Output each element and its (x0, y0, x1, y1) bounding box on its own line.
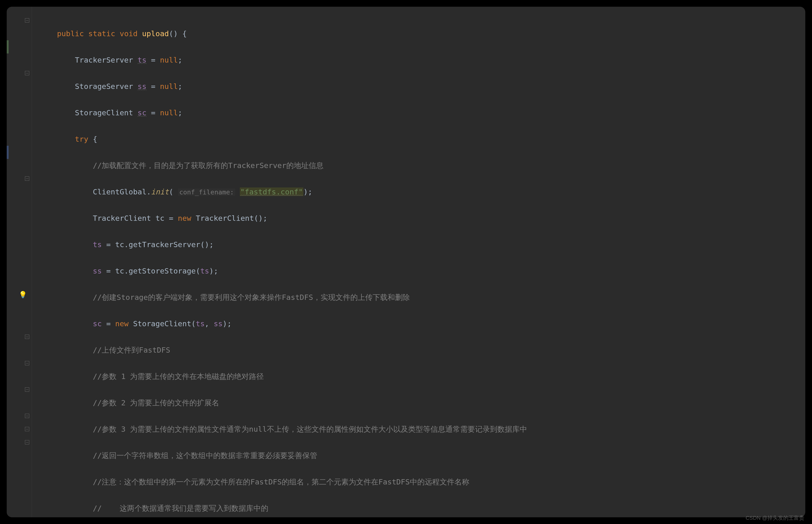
code-line[interactable]: //参数 2 为需要上传的文件的扩展名 (39, 396, 803, 409)
code-editor[interactable]: 💡 public static void upload() { TrackerS… (7, 7, 805, 517)
code-line[interactable]: sc = new StorageClient(ts, ss); (39, 317, 803, 330)
editor-gutter[interactable]: 💡 (7, 7, 32, 517)
vcs-marker (7, 40, 9, 53)
fold-handle-icon[interactable] (25, 334, 29, 339)
fold-handle-icon[interactable] (25, 176, 29, 181)
code-line[interactable]: TrackerClient tc = new TrackerClient(); (39, 212, 803, 225)
code-line[interactable]: StorageClient sc = null; (39, 106, 803, 119)
code-line[interactable]: TrackerServer ts = null; (39, 53, 803, 67)
fold-handle-icon[interactable] (25, 440, 29, 444)
fold-handle-icon[interactable] (25, 71, 29, 75)
code-line[interactable]: //返回一个字符串数组，这个数组中的数据非常重要必须要妥善保管 (39, 449, 803, 462)
watermark-text: CSDN @掉头发的王富贵 (746, 514, 804, 522)
code-line[interactable]: //创建Storage的客户端对象，需要利用这个对象来操作FastDFS，实现文… (39, 291, 803, 304)
code-line[interactable]: //参数 3 为需要上传的文件的属性文件通常为null不上传，这些文件的属性例如… (39, 423, 803, 436)
code-line[interactable]: ss = tc.getStoreStorage(ts); (39, 264, 803, 278)
fold-handle-icon[interactable] (25, 427, 29, 431)
fold-handle-icon[interactable] (25, 387, 29, 392)
code-area[interactable]: public static void upload() { TrackerSer… (32, 7, 805, 517)
code-line[interactable]: //加载配置文件，目的是为了获取所有的TrackerServer的地址信息 (39, 159, 803, 172)
code-line[interactable]: // 这两个数据通常我们是需要写入到数据库中的 (39, 502, 803, 515)
code-line[interactable]: //上传文件到FastDFS (39, 344, 803, 357)
code-line[interactable]: ts = tc.getTrackerServer(); (39, 238, 803, 251)
code-line[interactable]: StorageServer ss = null; (39, 80, 803, 93)
code-line[interactable]: //参数 1 为需要上传的文件在本地磁盘的绝对路径 (39, 370, 803, 383)
code-line[interactable]: try { (39, 133, 803, 146)
fold-handle-icon[interactable] (25, 414, 29, 418)
fold-handle-icon[interactable] (25, 361, 29, 365)
code-line[interactable]: ClientGlobal.init( conf_filename: "fastd… (39, 185, 803, 198)
code-line[interactable]: //注意：这个数组中的第一个元素为文件所在的FastDFS的组名，第二个元素为文… (39, 475, 803, 489)
vcs-marker (7, 146, 9, 159)
inlay-hint: conf_filename: (178, 189, 236, 196)
code-line[interactable]: public static void upload() { (39, 27, 803, 40)
fold-handle-icon[interactable] (25, 18, 29, 22)
intention-bulb-icon[interactable]: 💡 (19, 291, 26, 298)
